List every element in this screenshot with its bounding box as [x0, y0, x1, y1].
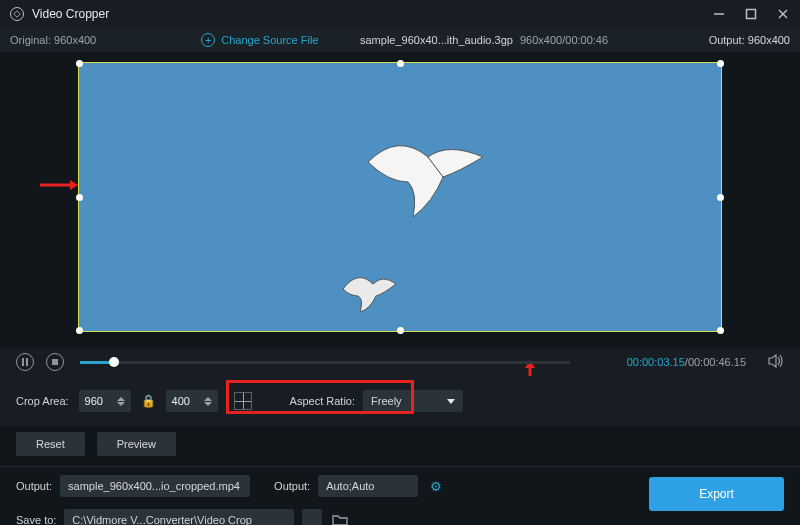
annotation-arrow-left-icon: [38, 175, 78, 195]
original-label: Original:: [10, 34, 51, 46]
reset-button[interactable]: Reset: [16, 432, 85, 456]
crop-handle-bottom-center[interactable]: [397, 327, 404, 334]
app-title: Video Cropper: [32, 7, 109, 21]
save-path-field[interactable]: C:\Vidmore V...Converter\Video Crop: [64, 509, 294, 525]
maximize-button[interactable]: [744, 7, 758, 21]
save-path-value: C:\Vidmore V...Converter\Video Crop: [72, 514, 252, 525]
volume-icon[interactable]: [768, 354, 784, 370]
crop-handle-bottom-right[interactable]: [717, 327, 724, 334]
seek-slider[interactable]: [80, 361, 570, 364]
open-folder-icon[interactable]: [330, 509, 350, 525]
output-format-value: Auto;Auto: [326, 480, 374, 492]
svg-rect-11: [52, 359, 58, 365]
output-format-field[interactable]: Auto;Auto: [318, 475, 418, 497]
svg-rect-10: [26, 358, 28, 366]
title-bar: Video Cropper: [0, 0, 800, 28]
crop-handle-bottom-left[interactable]: [76, 327, 83, 334]
info-bar: Original: 960x400 + Change Source File s…: [0, 28, 800, 52]
crop-handle-top-center[interactable]: [397, 60, 404, 67]
time-display: 00:00:03.15/00:00:46.15: [627, 356, 746, 368]
aspect-ratio-label: Aspect Ratio:: [290, 395, 355, 407]
preview-button[interactable]: Preview: [97, 432, 176, 456]
output-filename-value: sample_960x400...io_cropped.mp4: [68, 480, 240, 492]
crop-handle-right-center[interactable]: [717, 194, 724, 201]
width-stepper[interactable]: [117, 397, 125, 406]
aspect-ratio-dropdown[interactable]: Freely: [363, 390, 463, 412]
lock-aspect-icon[interactable]: 🔒: [141, 394, 156, 408]
output-settings-gear-icon[interactable]: ⚙: [430, 479, 442, 494]
output-filename-field[interactable]: sample_960x400...io_cropped.mp4: [60, 475, 250, 497]
close-button[interactable]: [776, 7, 790, 21]
aspect-ratio-value: Freely: [371, 395, 402, 407]
svg-marker-6: [70, 180, 78, 190]
svg-rect-9: [22, 358, 24, 366]
crop-settings-row: Crop Area: 960 🔒 400 Aspect Ratio: Freel…: [0, 376, 800, 426]
export-button[interactable]: Export: [649, 477, 784, 511]
total-time: /00:00:46.15: [685, 356, 746, 368]
aspect-ratio-group: Aspect Ratio: Freely: [280, 386, 473, 416]
playback-controls: 00:00:03.15/00:00:46.15: [0, 348, 800, 376]
crop-width-input[interactable]: 960: [79, 390, 131, 412]
output-file-label: Output:: [16, 480, 52, 492]
change-source-label: Change Source File: [221, 34, 318, 46]
minimize-button[interactable]: [712, 7, 726, 21]
video-preview[interactable]: [78, 62, 722, 332]
divider: [0, 466, 800, 467]
svg-rect-2: [747, 10, 756, 19]
save-path-dropdown[interactable]: [302, 509, 322, 525]
center-crop-icon[interactable]: [234, 392, 252, 410]
crop-width-value: 960: [85, 395, 111, 407]
seek-knob[interactable]: [109, 357, 119, 367]
play-pause-button[interactable]: [16, 353, 34, 371]
crop-buttons-row: Reset Preview: [0, 426, 800, 464]
crop-handle-top-right[interactable]: [717, 60, 724, 67]
crop-height-value: 400: [172, 395, 198, 407]
app-logo-icon: [10, 7, 24, 21]
chevron-down-icon: [447, 399, 455, 404]
current-time: 00:00:03.15: [627, 356, 685, 368]
preview-area: [0, 52, 800, 348]
output-dimensions: Output: 960x400: [709, 34, 790, 46]
plus-circle-icon: +: [201, 33, 215, 47]
export-label: Export: [699, 487, 734, 501]
original-dimensions: 960x400: [54, 34, 96, 46]
svg-marker-0: [14, 11, 20, 17]
crop-area-label: Crop Area:: [16, 395, 69, 407]
save-to-label: Save to:: [16, 514, 56, 525]
change-source-file-button[interactable]: + Change Source File: [201, 33, 318, 47]
height-stepper[interactable]: [204, 397, 212, 406]
crop-handle-left-center[interactable]: [76, 194, 83, 201]
crop-handle-top-left[interactable]: [76, 60, 83, 67]
source-filename: sample_960x40...ith_audio.3gp: [360, 34, 513, 46]
stop-button[interactable]: [46, 353, 64, 371]
source-dims-duration: 960x400/00:00:46: [520, 34, 608, 46]
crop-height-input[interactable]: 400: [166, 390, 218, 412]
output-format-label: Output:: [274, 480, 310, 492]
crop-frame[interactable]: [78, 62, 722, 332]
